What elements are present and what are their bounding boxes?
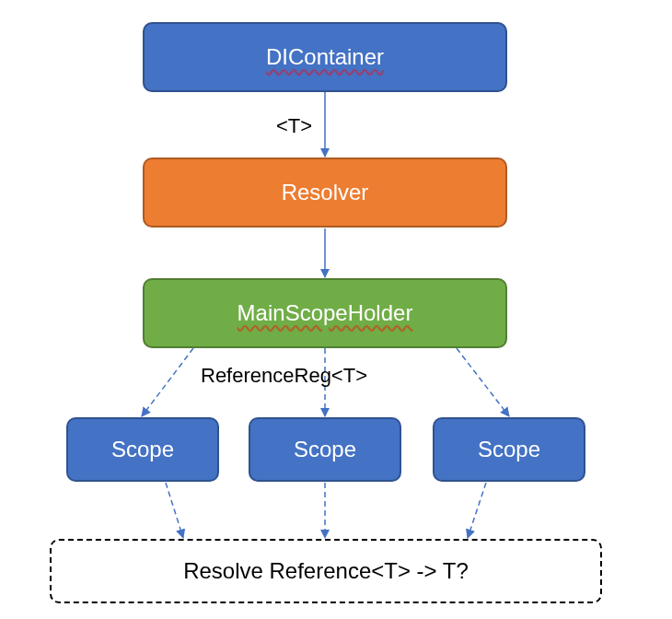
svg-line-4 <box>457 348 509 416</box>
node-resolver: Resolver <box>143 158 507 228</box>
node-resolve-reference: Resolve Reference<T> -> T? <box>50 539 602 603</box>
node-dicontainer-label: DIContainer <box>266 44 384 70</box>
node-resolve-reference-label: Resolve Reference<T> -> T? <box>183 558 469 584</box>
svg-line-7 <box>468 483 486 538</box>
node-dicontainer: DIContainer <box>143 22 507 92</box>
node-scope-1-label: Scope <box>111 437 174 462</box>
node-scope-3: Scope <box>433 417 585 482</box>
svg-line-2 <box>142 348 193 416</box>
node-scope-3-label: Scope <box>478 437 540 462</box>
node-mainscopeholder: MainScopeHolder <box>143 278 507 348</box>
edge-label-t: <T> <box>276 114 312 138</box>
diagram-canvas: DIContainer <T> Resolver MainScopeHolder… <box>0 0 672 619</box>
node-mainscopeholder-label: MainScopeHolder <box>238 300 413 326</box>
edge-label-refreg: ReferenceReg<T> <box>201 364 367 388</box>
svg-line-5 <box>166 483 183 538</box>
node-scope-2: Scope <box>249 417 401 482</box>
node-scope-2-label: Scope <box>294 437 356 462</box>
node-scope-1: Scope <box>66 417 219 482</box>
node-resolver-label: Resolver <box>282 180 369 205</box>
